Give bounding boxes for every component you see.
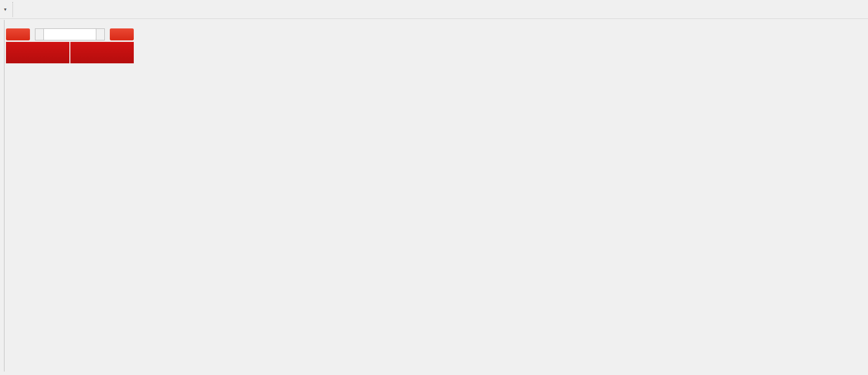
sell-price-button[interactable] [6, 42, 69, 63]
sell-button[interactable] [6, 28, 30, 40]
buy-price-button[interactable] [70, 42, 134, 63]
one-click-trade-panel [6, 28, 134, 63]
volume-increase-button[interactable] [96, 28, 105, 40]
buy-button[interactable] [110, 28, 134, 40]
volume-decrease-button[interactable] [35, 28, 44, 40]
volume-input[interactable] [44, 28, 96, 40]
